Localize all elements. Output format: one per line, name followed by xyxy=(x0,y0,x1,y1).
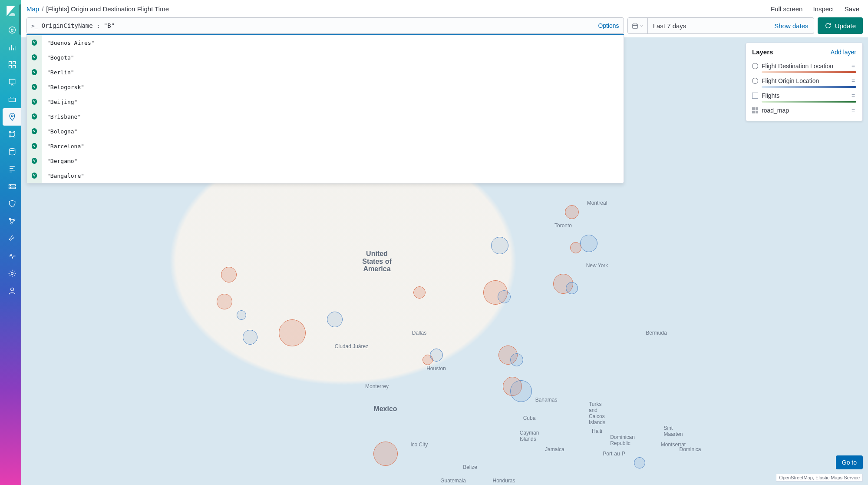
time-picker-toggle[interactable] xyxy=(628,18,648,33)
origin-bubble[interactable] xyxy=(430,349,443,362)
svg-rect-22 xyxy=(633,24,637,28)
suggestion-item[interactable]: V"Bologna" xyxy=(27,124,624,139)
drag-handle-icon[interactable]: = xyxy=(850,107,856,114)
suggestion-item[interactable]: V"Brisbane" xyxy=(27,109,624,124)
suggestion-text: "Bologna" xyxy=(42,128,77,135)
suggestion-item[interactable]: V"Berlin" xyxy=(27,65,624,80)
origin-bubble[interactable] xyxy=(580,235,597,252)
console-icon: >_ xyxy=(31,23,38,29)
svg-rect-2 xyxy=(13,62,15,64)
breadcrumb-root[interactable]: Map xyxy=(26,5,39,13)
suggestion-text: "Buenos Aires" xyxy=(42,40,95,46)
dest-bubble[interactable] xyxy=(565,205,579,219)
map-attribution: OpenStreetMap, Elastic Maps Service xyxy=(776,474,863,482)
origin-bubble[interactable] xyxy=(498,290,511,303)
layer-label: Flight Destination Location xyxy=(762,63,847,70)
add-layer-link[interactable]: Add layer xyxy=(831,49,856,56)
nav-uptime[interactable] xyxy=(3,178,21,195)
svg-rect-3 xyxy=(9,66,11,68)
nav-logs[interactable] xyxy=(3,143,21,160)
dest-bubble[interactable] xyxy=(221,267,237,282)
value-badge-icon: V xyxy=(27,65,42,80)
query-suggestions: V"Buenos Aires"V"Bogota"V"Berlin"V"Belog… xyxy=(26,34,624,183)
layer-gradient xyxy=(762,101,856,103)
svg-point-18 xyxy=(13,219,15,220)
go-to-button[interactable]: Go to xyxy=(836,455,863,469)
update-button-label: Update xyxy=(835,22,856,30)
layer-label: Flights xyxy=(762,92,847,99)
dest-bubble[interactable] xyxy=(279,319,306,346)
layer-gradient xyxy=(762,86,856,88)
origin-bubble[interactable] xyxy=(510,380,532,402)
query-input[interactable] xyxy=(42,22,598,29)
suggestion-text: "Beijing" xyxy=(42,99,77,105)
nav-graph[interactable] xyxy=(3,213,21,230)
drag-handle-icon[interactable]: = xyxy=(850,92,856,99)
drag-handle-icon[interactable]: = xyxy=(850,77,856,84)
svg-point-10 xyxy=(9,136,10,137)
nav-discover[interactable] xyxy=(3,21,21,39)
query-options-link[interactable]: Options xyxy=(598,22,619,29)
origin-bubble[interactable] xyxy=(566,282,578,294)
nav-apm[interactable] xyxy=(3,160,21,178)
layer-row[interactable]: Flight Destination Location = xyxy=(752,60,856,72)
value-badge-icon: V xyxy=(27,80,42,94)
svg-rect-5 xyxy=(9,79,15,84)
origin-bubble[interactable] xyxy=(237,310,246,320)
dest-bubble[interactable] xyxy=(413,286,426,299)
nav-infrastructure[interactable] xyxy=(3,126,21,143)
dest-bubble[interactable] xyxy=(373,442,398,466)
svg-rect-6 xyxy=(9,98,15,102)
nav-ml[interactable] xyxy=(3,91,21,108)
value-badge-icon: V xyxy=(27,109,42,124)
svg-point-0 xyxy=(9,27,15,33)
layer-row[interactable]: Flights = xyxy=(752,90,856,102)
origin-bubble[interactable] xyxy=(510,353,523,366)
full-screen-button[interactable]: Full screen xyxy=(767,3,806,14)
show-dates-link[interactable]: Show dates xyxy=(769,18,813,33)
origin-bubble[interactable] xyxy=(634,457,645,468)
value-badge-icon: V xyxy=(27,168,42,183)
square-icon xyxy=(752,93,758,99)
inspect-button[interactable]: Inspect xyxy=(809,3,837,14)
value-badge-icon: V xyxy=(27,35,42,50)
nav-dev-tools[interactable] xyxy=(3,230,21,247)
layer-row[interactable]: road_map = xyxy=(752,104,856,116)
save-button[interactable]: Save xyxy=(841,3,863,14)
nav-dashboard[interactable] xyxy=(3,56,21,73)
suggestion-item[interactable]: V"Beijing" xyxy=(27,94,624,109)
nav-user[interactable] xyxy=(3,282,21,299)
layer-row[interactable]: Flight Origin Location = xyxy=(752,75,856,87)
drag-handle-icon[interactable]: = xyxy=(850,63,856,70)
origin-bubble[interactable] xyxy=(327,312,343,327)
nav-management[interactable] xyxy=(3,265,21,282)
suggestion-item[interactable]: V"Barcelona" xyxy=(27,139,624,153)
suggestion-text: "Bergamo" xyxy=(42,158,77,164)
time-range-label[interactable]: Last 7 days xyxy=(648,18,769,33)
svg-point-15 xyxy=(10,185,11,186)
nav-monitoring[interactable] xyxy=(3,247,21,265)
svg-point-12 xyxy=(9,149,15,151)
suggestion-item[interactable]: V"Bangalore" xyxy=(27,168,624,183)
kibana-logo[interactable] xyxy=(0,0,21,21)
side-nav xyxy=(0,0,21,485)
nav-siem[interactable] xyxy=(3,195,21,213)
nav-maps[interactable] xyxy=(3,108,21,126)
value-badge-icon: V xyxy=(27,139,42,153)
suggestion-item[interactable]: V"Belogorsk" xyxy=(27,80,624,94)
svg-point-11 xyxy=(13,136,15,137)
nav-visualize[interactable] xyxy=(3,39,21,56)
suggestion-text: "Berlin" xyxy=(42,69,74,76)
dest-bubble[interactable] xyxy=(570,242,581,253)
dest-bubble[interactable] xyxy=(217,294,232,309)
origin-bubble[interactable] xyxy=(243,330,257,345)
nav-canvas[interactable] xyxy=(3,73,21,91)
suggestion-item[interactable]: V"Buenos Aires" xyxy=(27,35,624,50)
suggestion-item[interactable]: V"Bogota" xyxy=(27,50,624,65)
svg-point-17 xyxy=(9,218,10,219)
suggestion-item[interactable]: V"Bergamo" xyxy=(27,153,624,168)
update-button[interactable]: Update xyxy=(818,17,863,34)
svg-point-16 xyxy=(10,188,11,189)
svg-rect-1 xyxy=(9,62,11,64)
origin-bubble[interactable] xyxy=(491,237,508,254)
